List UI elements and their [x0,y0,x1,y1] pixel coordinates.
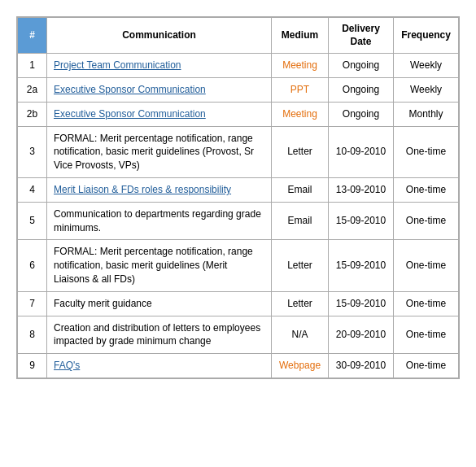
row-medium: Email [272,177,329,202]
row-frequency: One-time [394,354,459,378]
row-medium: Meeting [272,54,329,78]
row-num: 8 [18,316,47,354]
row-delivery-date: Ongoing [329,77,394,102]
row-delivery-date: 30-09-2010 [329,354,394,378]
header-frequency: Frequency [394,18,459,54]
row-frequency: One-time [394,316,459,354]
table-row: 7Faculty merit guidanceLetter15-09-2010O… [18,291,459,316]
row-delivery-date: Ongoing [329,54,394,78]
row-num: 1 [18,54,47,78]
row-medium: Letter [272,240,329,291]
row-frequency: One-time [394,291,459,316]
row-frequency: Weekly [394,54,459,78]
row-communication[interactable]: Merit Liaison & FDs roles & responsibili… [47,177,272,202]
row-communication: Communication to departments regarding g… [47,202,272,240]
row-communication: FORMAL: Merit percentage notification, r… [47,240,272,291]
header-communication: Communication [47,18,272,54]
header-medium: Medium [272,18,329,54]
row-num: 4 [18,177,47,202]
row-communication: FORMAL: Merit percentage notification, r… [47,126,272,177]
row-medium: Letter [272,126,329,177]
row-medium: Meeting [272,102,329,126]
table-row: 3FORMAL: Merit percentage notification, … [18,126,459,177]
row-medium: PPT [272,77,329,102]
row-medium: N/A [272,316,329,354]
row-num: 2b [18,102,47,126]
table-row: 8Creation and distribution of letters to… [18,316,459,354]
row-num: 2a [18,77,47,102]
row-frequency: One-time [394,202,459,240]
communication-table: # Communication Medium Delivery Date Fre… [16,16,460,379]
table-row: 2bExecutive Sponsor CommunicationMeeting… [18,102,459,126]
row-medium: Webpage [272,354,329,378]
row-communication[interactable]: FAQ's [47,354,272,378]
table-row: 4Merit Liaison & FDs roles & responsibil… [18,177,459,202]
row-frequency: One-time [394,126,459,177]
row-num: 7 [18,291,47,316]
header-num: # [18,18,47,54]
row-delivery-date: Ongoing [329,102,394,126]
row-frequency: Weekly [394,77,459,102]
row-num: 3 [18,126,47,177]
row-medium: Letter [272,291,329,316]
row-num: 5 [18,202,47,240]
row-communication[interactable]: Project Team Communication [47,54,272,78]
row-num: 9 [18,354,47,378]
header-delivery-date: Delivery Date [329,18,394,54]
row-frequency: One-time [394,240,459,291]
row-communication: Creation and distribution of letters to … [47,316,272,354]
row-delivery-date: 15-09-2010 [329,291,394,316]
table-row: 2aExecutive Sponsor CommunicationPPTOngo… [18,77,459,102]
table-row: 1Project Team CommunicationMeetingOngoin… [18,54,459,78]
row-medium: Email [272,202,329,240]
row-communication: Faculty merit guidance [47,291,272,316]
table-row: 5Communication to departments regarding … [18,202,459,240]
row-delivery-date: 15-09-2010 [329,202,394,240]
row-frequency: One-time [394,177,459,202]
row-delivery-date: 13-09-2010 [329,177,394,202]
row-communication[interactable]: Executive Sponsor Communication [47,77,272,102]
row-delivery-date: 10-09-2010 [329,126,394,177]
row-frequency: Monthly [394,102,459,126]
table-row: 6FORMAL: Merit percentage notification, … [18,240,459,291]
row-delivery-date: 15-09-2010 [329,240,394,291]
table-row: 9FAQ'sWebpage30-09-2010One-time [18,354,459,378]
row-communication[interactable]: Executive Sponsor Communication [47,102,272,126]
row-delivery-date: 20-09-2010 [329,316,394,354]
row-num: 6 [18,240,47,291]
